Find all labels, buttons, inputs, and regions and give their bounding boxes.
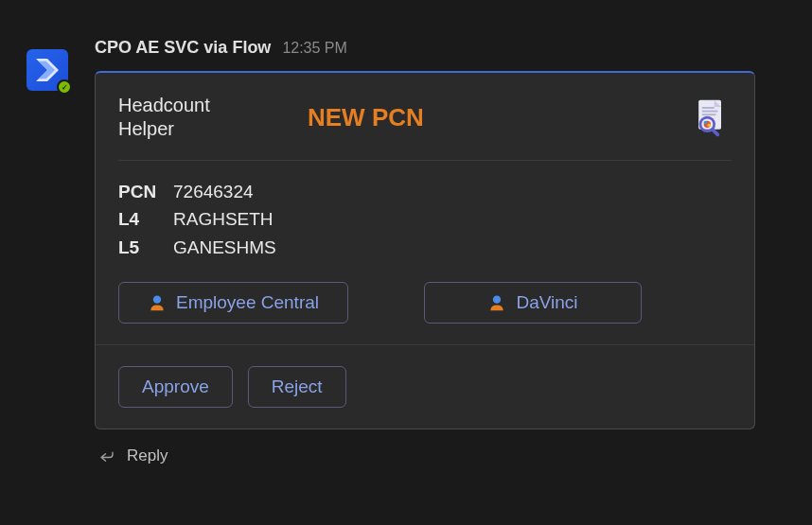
field-row: L5 GANESHMS [118, 234, 732, 261]
person-icon [148, 293, 167, 312]
svg-point-9 [153, 296, 161, 304]
message-timestamp: 12:35 PM [282, 40, 346, 57]
button-label: DaVinci [516, 292, 577, 313]
svg-point-7 [707, 123, 711, 127]
field-label: PCN [118, 178, 158, 205]
card-app-name: Headcount Helper [118, 94, 232, 141]
sender-name: CPO AE SVC via Flow [95, 38, 271, 58]
presence-available-icon [57, 79, 72, 95]
button-label: Employee Central [176, 292, 319, 313]
field-value: RAGHSETH [173, 205, 274, 233]
sender-avatar [26, 49, 68, 91]
svg-rect-2 [702, 111, 718, 113]
reply-label: Reply [127, 446, 168, 465]
reply-button[interactable]: Reply [95, 446, 755, 465]
reply-icon [98, 447, 115, 464]
svg-rect-1 [702, 107, 715, 109]
field-value: GANESHMS [173, 234, 276, 261]
field-value: 72646324 [173, 178, 254, 205]
approve-button[interactable]: Approve [118, 366, 233, 408]
card-heading: NEW PCN [232, 103, 690, 132]
employee-central-button[interactable]: Employee Central [118, 282, 348, 324]
reject-button[interactable]: Reject [248, 366, 346, 408]
person-icon [487, 293, 506, 312]
field-label: L5 [118, 234, 158, 261]
flow-icon [32, 55, 62, 85]
message-header: CPO AE SVC via Flow 12:35 PM [95, 38, 755, 58]
field-list: PCN 72646324 L4 RAGHSETH L5 GANESHMS [118, 178, 732, 261]
field-label: L4 [118, 205, 158, 233]
davinci-button[interactable]: DaVinci [424, 282, 642, 324]
svg-point-10 [493, 296, 501, 304]
svg-point-6 [704, 121, 708, 125]
svg-line-8 [713, 130, 718, 135]
document-search-icon [690, 96, 732, 138]
adaptive-card: Headcount Helper NEW PCN [95, 71, 755, 429]
field-row: PCN 72646324 [118, 178, 732, 205]
svg-rect-3 [702, 114, 716, 115]
field-row: L4 RAGHSETH [118, 205, 732, 233]
